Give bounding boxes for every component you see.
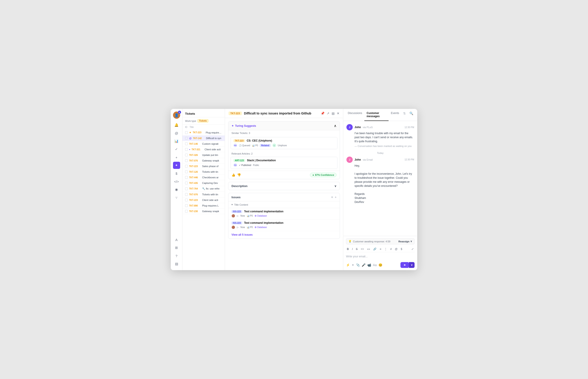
- table-row[interactable]: TKT-076 Gateway snapk: [182, 158, 225, 163]
- send-icon: ➤: [404, 263, 406, 267]
- articles-label: Relevant Articles: 2: [228, 151, 340, 156]
- table-row[interactable]: TKT-076 Tickets with tin: [182, 192, 225, 197]
- collapse-icon[interactable]: ∧: [334, 124, 336, 128]
- heading-button[interactable]: #: [389, 247, 393, 251]
- row-checkbox[interactable]: [185, 148, 188, 151]
- issue-card[interactable]: ISS-223 Test command implementation 🟤 ▷ …: [228, 220, 340, 231]
- row-checkbox[interactable]: [185, 193, 188, 196]
- table-row[interactable]: ★ TKT-223 Plug requires L: [182, 130, 225, 136]
- view-all-issues[interactable]: View all 5 issues: [228, 231, 340, 238]
- mention-button[interactable]: @: [394, 247, 398, 251]
- close-icon[interactable]: ✕: [337, 111, 339, 115]
- lightning-icon[interactable]: ⚡: [346, 263, 350, 267]
- table-row[interactable]: ● TKT-321 Client side acti: [182, 147, 225, 152]
- tab-events[interactable]: Events: [389, 109, 401, 121]
- row-checkbox[interactable]: [185, 137, 188, 140]
- sidebar-icon-star[interactable]: ✦: [173, 162, 180, 169]
- row-checkbox[interactable]: [185, 210, 188, 213]
- table-row[interactable]: TKT-446 Checkboxes ar: [182, 175, 225, 180]
- row-checkbox[interactable]: [185, 204, 188, 207]
- tab-sort-icon[interactable]: ⇅: [401, 109, 408, 121]
- filter-icon[interactable]: ≡: [331, 195, 333, 199]
- reassign-button[interactable]: Reassign ∨: [398, 240, 412, 243]
- similar-tickets-label: Similar Tickets: 3: [228, 130, 340, 136]
- font-icon[interactable]: Aa: [373, 263, 377, 267]
- sidebar-icon-plus[interactable]: +: [173, 154, 180, 161]
- sidebar-icon-branch[interactable]: ⑂: [173, 194, 180, 201]
- share-icon[interactable]: ↗: [327, 111, 329, 115]
- variable-button[interactable]: $: [400, 247, 403, 251]
- code-button[interactable]: <>: [360, 247, 365, 251]
- table-row[interactable]: TKT-326 Update put tim: [182, 152, 225, 158]
- title-content-label: Title Content: [234, 203, 248, 206]
- art-tag: ART-123: [234, 159, 245, 162]
- row-checkbox[interactable]: [185, 176, 188, 179]
- send-button[interactable]: ➤: [400, 262, 409, 268]
- similar-ticket-card[interactable]: TKT-223 CS: CEC (Uniphore) PD 🕐 Queued 📊…: [231, 137, 337, 149]
- table-row[interactable]: @ TKT-142 Difficult to syn: [182, 136, 225, 141]
- confidence-text: 87% Confidence: [315, 174, 334, 176]
- sparkle-icon[interactable]: ✦: [351, 263, 354, 267]
- description-row[interactable]: Description ∨: [228, 182, 340, 190]
- user-avatar[interactable]: 👤 8: [173, 111, 180, 119]
- ordered-list-button[interactable]: ⋮: [383, 247, 388, 251]
- article-card[interactable]: ART-123 Slack | Documentation PD ✓ Publi…: [231, 157, 337, 169]
- tab-customer-messages[interactable]: Customer messages: [364, 109, 389, 121]
- row-checkbox[interactable]: [185, 142, 188, 145]
- attachment-icon[interactable]: 📎: [356, 263, 360, 267]
- strikethrough-button[interactable]: S: [355, 247, 359, 251]
- sidebar-icon-grid[interactable]: ⊞: [173, 244, 180, 251]
- blockquote-button[interactable]: «»: [366, 247, 371, 251]
- table-row[interactable]: TKT-223 Client side acti: [182, 197, 225, 203]
- sidebar-icon-code[interactable]: </>: [173, 178, 180, 185]
- thumbdown-icon[interactable]: 👎: [237, 173, 241, 177]
- sidebar-icon-bell[interactable]: 🔔: [173, 121, 180, 128]
- layout-icon[interactable]: ▤: [332, 111, 334, 115]
- pin-icon[interactable]: 📌: [321, 111, 324, 115]
- col-id: ID: [185, 126, 187, 128]
- ticket-id: TKT-435: [189, 182, 201, 184]
- video-icon[interactable]: 📹: [367, 263, 371, 267]
- row-checkbox[interactable]: [185, 199, 188, 201]
- row-checkbox[interactable]: [185, 188, 188, 190]
- play-icon: ▷: [237, 226, 239, 228]
- filter-badge[interactable]: Tickets: [197, 119, 208, 123]
- bold-button[interactable]: B: [346, 247, 350, 251]
- add-issue-icon[interactable]: +: [335, 195, 336, 199]
- sidebar-icon-at[interactable]: @: [173, 129, 180, 137]
- send-dropdown-button[interactable]: ∨: [409, 262, 414, 268]
- send-button-group[interactable]: ➤ ∨: [400, 262, 414, 268]
- issue-card[interactable]: ISS-223 Test command implementation 🟤 ▷ …: [228, 208, 340, 220]
- sidebar-icon-layout[interactable]: ▤: [173, 260, 180, 268]
- sidebar-icon-chart[interactable]: 📊: [173, 138, 180, 145]
- sidebar-icon-font[interactable]: A: [173, 236, 180, 243]
- table-row[interactable]: TKT-435 Capturing Dev: [182, 180, 225, 186]
- italic-button[interactable]: I: [351, 247, 354, 251]
- table-row[interactable]: TKT-764 🔧 fix: use refre: [182, 186, 225, 192]
- table-row[interactable]: TKT-890 Plug requires L: [182, 203, 225, 208]
- table-row[interactable]: TKT-146 Custom signati: [182, 141, 225, 147]
- audio-icon[interactable]: 🎤: [362, 263, 366, 267]
- emoji-icon[interactable]: 😊: [379, 263, 382, 267]
- row-checkbox[interactable]: [185, 154, 188, 156]
- row-checkbox[interactable]: [185, 171, 188, 173]
- table-row[interactable]: TKT-223 Sales phase of: [182, 163, 225, 169]
- link-button[interactable]: 🔗: [372, 247, 377, 251]
- sidebar-icon-check[interactable]: ✓: [173, 146, 180, 153]
- table-row[interactable]: TKT-126 Tickets with tin: [182, 169, 225, 175]
- row-checkbox[interactable]: [185, 131, 188, 134]
- tab-discussions[interactable]: Discussions: [346, 109, 364, 121]
- tab-search-icon[interactable]: 🔍: [408, 109, 415, 121]
- row-checkbox[interactable]: [185, 182, 188, 184]
- email-message-group: J John via Email 12:30 PM Hey, I apologi…: [347, 157, 414, 204]
- compose-input-area[interactable]: Write your email...: [346, 253, 414, 260]
- row-checkbox[interactable]: [185, 159, 188, 162]
- sidebar-icon-audio[interactable]: ◉: [173, 186, 180, 193]
- sidebar-icon-dollar[interactable]: $: [173, 170, 180, 177]
- thumbup-icon[interactable]: 👍: [231, 173, 235, 177]
- sidebar-icon-help[interactable]: ?: [173, 252, 180, 259]
- expand-button[interactable]: ⤢: [411, 247, 414, 251]
- row-checkbox[interactable]: [185, 165, 188, 168]
- table-row[interactable]: TKT-230 Gateway snapk: [182, 208, 225, 214]
- unordered-list-button[interactable]: ≡: [379, 247, 382, 251]
